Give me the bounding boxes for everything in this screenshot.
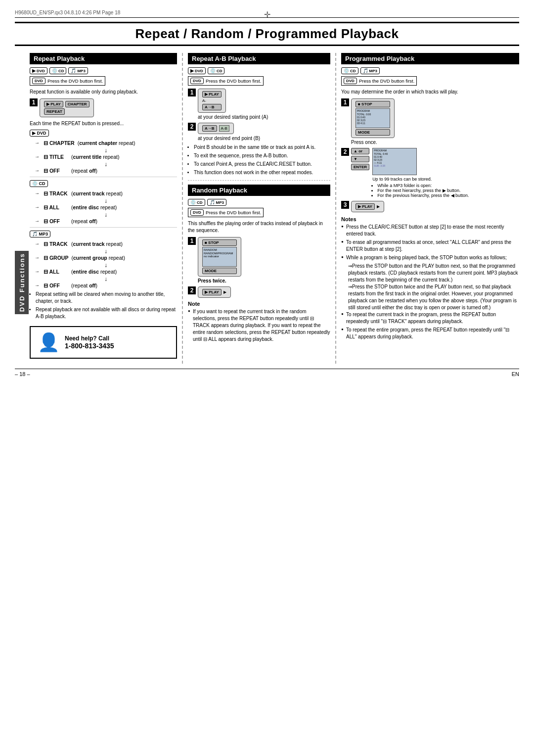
- ab-step1-caption: at your desired starting point (A): [198, 114, 330, 120]
- prog-note-prev: For the previous hierarchy, press the ◀ …: [377, 193, 469, 198]
- prog-note-6: To repeat the entire program, press the …: [341, 327, 519, 340]
- prog-device3: ▶ PLAY ▶: [351, 201, 384, 212]
- page-number: – 18 –: [15, 371, 30, 377]
- prog-step1-content: ■ STOP PROGRAM TOTAL: 0:00 01 0:40 02 3:…: [351, 98, 519, 145]
- random-step2-num: 2: [188, 286, 196, 294]
- person-icon: 👤: [38, 332, 60, 353]
- random-note-section: Note If you want to repeat the current t…: [188, 301, 330, 343]
- mp3-option-track: → ⊟ TRACK (current track repeat): [35, 241, 177, 247]
- random-press-dvd-text: Press the DVD button first.: [206, 210, 261, 215]
- prog-note-next: For the next hierarchy, press the ▶ butt…: [377, 188, 469, 193]
- random-note-title: Note: [188, 301, 330, 307]
- prog-step1: 1 ■ STOP PROGRAM TOTAL: 0:00 01 0:40 02 …: [341, 98, 519, 145]
- chapter-btn: CHAPTER: [65, 101, 89, 107]
- dvd-option-off: → ⊟ OFF (repeat off): [35, 168, 177, 174]
- ab-cd-icon: 💿 CD: [208, 67, 225, 74]
- prog-notes-section: Notes Press the CLEAR/C.RESET button at …: [341, 216, 519, 340]
- mode-btn: MODE: [202, 268, 237, 274]
- ab-step1-num: 1: [188, 89, 196, 96]
- repeat-icons-row: ▶ DVD 💿 CD 🎵 MP3: [30, 67, 177, 74]
- prog-screen2: PROGRAM TOTAL: 0:40 01 0:40 02 3:23 — 4:…: [372, 148, 417, 175]
- mp3-option-group: → ⊟ GROUP (current group repeat): [35, 255, 177, 261]
- ab-note-function: This function does not work in the other…: [194, 169, 330, 176]
- cd-repeat-section: 💿 CD → ⊟ TRACK (current track repeat) ↓ …: [30, 180, 177, 224]
- repeat-btn: REPEAT: [44, 108, 65, 115]
- repeat-step1: 1 ▶ PLAY CHAPTER REPEAT: [30, 98, 177, 117]
- need-help-title: Need help? Call: [65, 335, 114, 342]
- file-info: H9680UD_EN/SP.qx3 04.8.10 4:26 PM Page 1…: [15, 10, 120, 15]
- prog-note-arrow2: ⇒Press the STOP button twice and the PLA…: [341, 284, 519, 311]
- a-marker: A-: [202, 98, 222, 103]
- prog-device1: ■ STOP PROGRAM TOTAL: 0:00 01 0:40 02 3:…: [351, 98, 395, 138]
- prog-step2-notes: While a MP3 folder is open: For the next…: [372, 183, 469, 198]
- programmed-header: Programmed Playback: [341, 53, 519, 64]
- programmed-column: Programmed Playback 💿 CD 🎵 MP3 DVD Press…: [336, 53, 519, 364]
- random-step1-num: 1: [188, 237, 196, 245]
- arrow3: ↓: [35, 197, 177, 204]
- prog-note-mp3-open: While a MP3 folder is open:: [377, 183, 469, 188]
- random-playback-section: Random Playback 💿 CD 🎵 MP3 DVD Press the…: [188, 185, 330, 343]
- ab-device1: ▶ PLAY A- A→B: [198, 89, 226, 113]
- random-icons-row: 💿 CD 🎵 MP3: [188, 199, 330, 206]
- ab-dvd-icon: ▶ DVD: [188, 67, 206, 74]
- header-line: H9680UD_EN/SP.qx3 04.8.10 4:26 PM Page 1…: [15, 10, 519, 18]
- arrow2: ↓: [35, 161, 177, 168]
- prog-step2-num: 2: [341, 148, 349, 156]
- play-btn-ab: ▶ PLAY: [202, 91, 222, 97]
- dvd-label: ▶ DVD: [30, 130, 49, 137]
- ab-dvd-icon-small: DVD: [190, 78, 204, 84]
- up-btn: ▲ or: [351, 148, 369, 154]
- arrow4: ↓: [35, 211, 177, 218]
- prog-intro: You may determine the order in which tra…: [341, 89, 519, 95]
- arrow1: ↓: [35, 147, 177, 154]
- ab-note-point-b: Point B should be in the same title or t…: [194, 144, 330, 151]
- play-btn: ▶ PLAY: [44, 101, 63, 107]
- dvd-option-chapter: → ⊟ CHAPTER (current chapter repeat): [35, 140, 177, 146]
- mp3-label: 🎵 MP3: [30, 231, 50, 237]
- mid-column: Repeat A-B Playback ▶ DVD 💿 CD DVD Press…: [183, 53, 336, 364]
- play-btn-random: ▶ PLAY: [202, 289, 222, 295]
- step1-num: 1: [30, 98, 38, 106]
- prog-note-2: While a program is being played back, th…: [341, 254, 519, 261]
- cd-label: 💿 CD: [30, 180, 48, 187]
- ab-btn2: A→B: [202, 125, 217, 132]
- cross-mark: ✛: [264, 10, 270, 19]
- mp3-options: → ⊟ TRACK (current track repeat) ↓ → ⊟ G…: [35, 241, 177, 288]
- ab-step2-content: A→B A-B at your desired end point (B): [198, 123, 330, 141]
- down-btn: ▼: [351, 156, 369, 162]
- dvd-repeat-section: ▶ DVD → ⊟ CHAPTER (current chapter repea…: [30, 130, 177, 174]
- enter-btn: ENTER: [351, 164, 369, 170]
- mp3-repeat-section: 🎵 MP3 → ⊟ TRACK (current track repeat) ↓…: [30, 231, 177, 288]
- random-cd-icon: 💿 CD: [188, 199, 205, 206]
- prog-note-1: To erase all programmed tracks at once, …: [341, 239, 519, 253]
- random-step1: 1 ■ STOP RANDOM RANDOM/PROGRAM no indica…: [188, 237, 330, 284]
- need-help-text: Need help? Call 1-800-813-3435: [65, 335, 114, 350]
- ab-step1: 1 ▶ PLAY A- A→B at your desired starting…: [188, 89, 330, 120]
- random-step1-caption: Press twice.: [198, 278, 330, 284]
- random-device2: ▶ PLAY ▶: [198, 286, 231, 298]
- prog-press-dvd: DVD Press the DVD button first.: [341, 76, 417, 86]
- repeat-note-2: Repeat playback are not available with a…: [36, 306, 177, 320]
- mode-btn-prog: MODE: [356, 129, 390, 136]
- ab-notes: Point B should be in the same title or t…: [194, 144, 330, 176]
- prog-dvd-icon-small: DVD: [344, 78, 357, 84]
- need-help-phone: 1-800-813-3435: [65, 342, 114, 350]
- lang-label: EN: [512, 371, 519, 377]
- stop-btn-prog: ■ STOP: [356, 101, 390, 107]
- play-arrow-prog: ▶: [377, 204, 380, 209]
- prog-screen1: PROGRAM TOTAL: 0:00 01 0:40 02 3:23 03 4…: [356, 108, 390, 128]
- prog-note-arrow1: ⇒Press the STOP button and the PLAY butt…: [341, 263, 519, 284]
- arrow7: ↓: [35, 276, 177, 283]
- dvd-functions-label: DVD Functions: [18, 253, 26, 312]
- random-device1: ■ STOP RANDOM RANDOM/PROGRAM no indicato…: [198, 237, 241, 277]
- ab-step1-content: ▶ PLAY A- A→B at your desired starting p…: [198, 89, 330, 120]
- cd-option-off: → ⊟ OFF (repeat off): [35, 218, 177, 224]
- ab-device2: A→B A-B: [198, 123, 234, 134]
- each-time-note: Each time the REPEAT button is pressed..…: [30, 120, 177, 127]
- ab-step2: 2 A→B A-B at your desired end point (B): [188, 123, 330, 141]
- random-header: Random Playback: [188, 185, 330, 196]
- page-footer: – 18 – EN: [15, 369, 519, 377]
- random-step2: 2 ▶ PLAY ▶: [188, 286, 330, 298]
- prog-cd-icon: 💿 CD: [341, 67, 358, 74]
- cd-option-track: → ⊟ TRACK (current track repeat): [35, 190, 177, 196]
